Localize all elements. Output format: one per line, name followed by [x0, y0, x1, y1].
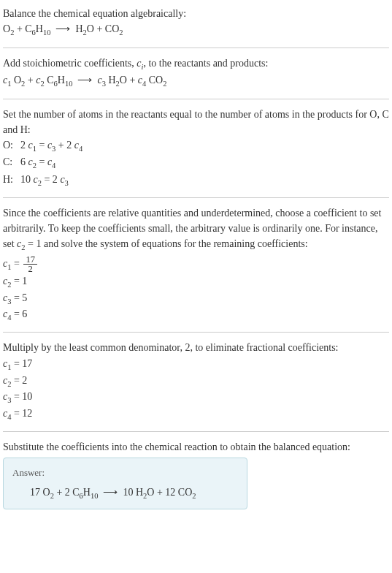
- coefficient-row: c2 = 2: [3, 373, 389, 390]
- coefficient-row: c2 = 1: [3, 274, 389, 290]
- coefficient-row: c1 = 17: [3, 357, 389, 373]
- section-title: Multiply by the least common denominator…: [3, 340, 389, 355]
- coefficient-row: c4 = 12: [3, 406, 389, 422]
- section-title: Set the number of atoms in the reactants…: [3, 107, 389, 137]
- coefficient-row: c1 = 172: [3, 255, 389, 274]
- section-text: Add stoichiometric coefficients, ci, to …: [3, 56, 389, 73]
- section-balance: Balance the chemical equation algebraica…: [3, 6, 389, 48]
- text-after: and solve the system of equations for th…: [41, 238, 307, 249]
- coefficient-row: c3 = 10: [3, 390, 389, 406]
- fraction-numerator: 17: [23, 255, 37, 265]
- answer-equation: 17 O2 + 2 C6H10 ⟶ 10 H2O + 12 CO2: [12, 485, 238, 502]
- chemical-equation: O2 + C6H10 ⟶ H2O + CO2: [3, 21, 389, 39]
- section-title: Substitute the coefficients into the che…: [3, 439, 389, 455]
- coefficient-list: c1 = 17 c2 = 2 c3 = 10 c4 = 12: [3, 357, 389, 422]
- answer-box: Answer: 17 O2 + 2 C6H10 ⟶ 10 H2O + 12 CO…: [3, 458, 247, 509]
- element-equation: 2 c1 = c3 + 2 c4: [20, 137, 87, 155]
- coefficient-row: c3 = 5: [3, 291, 389, 307]
- element-equation: 6 c2 = c4: [20, 154, 87, 172]
- stoich-equation: c1 O2 + c2 C6H10 ⟶ c3 H2O + c4 CO2: [3, 72, 389, 90]
- table-row: H: 10 c2 = 2 c3: [3, 172, 87, 189]
- coefficient-row: c4 = 6: [3, 307, 389, 323]
- section-stoichiometric: Add stoichiometric coefficients, ci, to …: [3, 48, 389, 99]
- table-row: O: 2 c1 = c3 + 2 c4: [3, 137, 87, 155]
- text-before: Add stoichiometric coefficients,: [3, 58, 137, 69]
- table-row: C: 6 c2 = c4: [3, 154, 87, 172]
- coefficient-list: c1 = 172 c2 = 1 c3 = 5 c4 = 6: [3, 255, 389, 324]
- element-label: C:: [3, 154, 20, 172]
- text-after: , to the reactants and products:: [143, 58, 268, 69]
- section-atoms: Set the number of atoms in the reactants…: [3, 99, 389, 198]
- element-equation: 10 c2 = 2 c3: [20, 172, 87, 189]
- element-label: H:: [3, 172, 20, 189]
- answer-label: Answer:: [12, 466, 238, 480]
- section-text: Since the coefficients are relative quan…: [3, 205, 389, 254]
- section-multiply: Multiply by the least common denominator…: [3, 332, 389, 431]
- section-substitute: Substitute the coefficients into the che…: [3, 431, 389, 518]
- element-label: O:: [3, 137, 20, 155]
- fraction: 172: [23, 255, 37, 274]
- atom-equations-table: O: 2 c1 = c3 + 2 c4 C: 6 c2 = c4 H: 10 c…: [3, 137, 87, 189]
- section-title: Balance the chemical equation algebraica…: [3, 6, 389, 21]
- set-coeff: c2 = 1: [17, 238, 41, 249]
- section-solve: Since the coefficients are relative quan…: [3, 197, 389, 332]
- fraction-denominator: 2: [26, 265, 35, 274]
